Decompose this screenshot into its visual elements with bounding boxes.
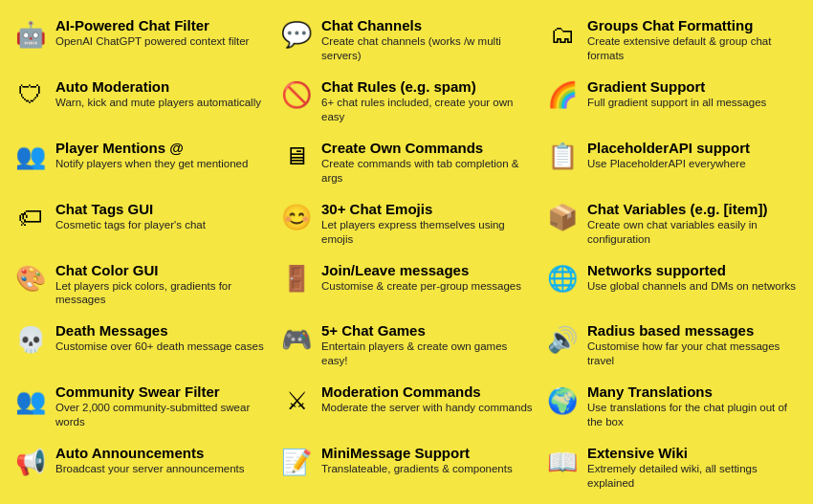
feature-item-auto-moderation: 🛡Auto ModerationWarn, kick and mute play…	[8, 71, 274, 132]
feature-icon-swear-filter: 👥	[13, 383, 48, 418]
feature-text-chat-channels: Chat ChannelsCreate chat channels (works…	[321, 17, 534, 63]
feature-desc-chat-emojis: Let players express themselves using emo…	[321, 218, 534, 247]
feature-text-minimessage: MiniMessage SupportTranslateable, gradie…	[321, 445, 513, 476]
feature-icon-radius-messages: 🔊	[545, 322, 580, 357]
feature-title-chat-color: Chat Color GUI	[55, 262, 268, 279]
feature-icon-chat-variables: 📦	[545, 201, 580, 235]
feature-item-chat-color: 🎨Chat Color GUILet players pick colors, …	[8, 254, 274, 316]
feature-desc-swear-filter: Over 2,000 community-submitted swear wor…	[55, 401, 268, 429]
feature-icon-networks: 🌐	[545, 262, 580, 296]
feature-desc-auto-moderation: Warn, kick and mute players automaticall…	[55, 96, 261, 110]
feature-desc-translations: Use translations for the chat plugin out…	[587, 401, 800, 429]
feature-desc-chat-tags: Cosmetic tags for player's chat	[55, 218, 206, 232]
feature-icon-death-messages: 💀	[13, 322, 48, 357]
feature-text-networks: Networks supportedUse global channels an…	[587, 262, 796, 294]
feature-title-radius-messages: Radius based messages	[587, 322, 800, 340]
feature-icon-join-leave: 🚪	[279, 262, 314, 296]
feature-text-translations: Many TranslationsUse translations for th…	[587, 383, 800, 429]
feature-desc-death-messages: Customise over 60+ death message cases	[55, 340, 264, 354]
feature-text-extensive-wiki: Extensive WikiExtremely detailed wiki, a…	[587, 445, 800, 491]
feature-title-chat-tags: Chat Tags GUI	[55, 201, 206, 218]
feature-desc-extensive-wiki: Extremely detailed wiki, all settings ex…	[587, 462, 800, 491]
feature-icon-auto-announcements: 📢	[13, 445, 48, 479]
feature-title-chat-games: 5+ Chat Games	[321, 322, 534, 340]
feature-title-ai-filter: AI-Powered Chat Filter	[55, 17, 249, 34]
feature-item-chat-variables: 📦Chat Variables (e.g. [item])Create own …	[539, 193, 805, 254]
feature-desc-chat-rules: 6+ chat rules included, create your own …	[321, 96, 534, 124]
feature-item-placeholderapi: 📋PlaceholderAPI supportUse PlaceholderAP…	[539, 132, 805, 193]
feature-title-chat-emojis: 30+ Chat Emojis	[321, 201, 534, 218]
feature-text-join-leave: Join/Leave messagesCustomise & create pe…	[321, 262, 521, 294]
feature-title-auto-announcements: Auto Announcements	[55, 445, 245, 462]
feature-icon-chat-tags: 🏷	[13, 201, 48, 235]
feature-text-chat-rules: Chat Rules (e.g. spam)6+ chat rules incl…	[321, 78, 534, 124]
feature-icon-gradient-support: 🌈	[545, 78, 580, 113]
feature-title-extensive-wiki: Extensive Wiki	[587, 445, 800, 462]
feature-title-placeholderapi: PlaceholderAPI support	[587, 140, 750, 157]
feature-item-extensive-wiki: 📖Extensive WikiExtremely detailed wiki, …	[539, 437, 805, 498]
feature-text-death-messages: Death MessagesCustomise over 60+ death m…	[55, 322, 264, 354]
feature-item-swear-filter: 👥Community Swear FilterOver 2,000 commun…	[8, 376, 274, 437]
feature-text-mod-commands: Moderation CommandsModerate the server w…	[321, 383, 533, 415]
feature-icon-chat-emojis: 😊	[279, 201, 314, 235]
feature-title-networks: Networks supported	[587, 262, 796, 279]
feature-desc-groups-chat: Create extensive default & group chat fo…	[587, 34, 800, 63]
feature-item-groups-chat: 🗂Groups Chat FormattingCreate extensive …	[539, 10, 805, 71]
feature-item-gradient-support: 🌈Gradient SupportFull gradient support i…	[539, 71, 805, 132]
feature-item-translations: 🌍Many TranslationsUse translations for t…	[539, 376, 805, 437]
feature-desc-chat-color: Let players pick colors, gradients for m…	[55, 279, 268, 308]
feature-icon-extensive-wiki: 📖	[545, 445, 580, 479]
feature-icon-minimessage: 📝	[279, 445, 314, 479]
feature-title-minimessage: MiniMessage Support	[321, 445, 513, 462]
feature-desc-networks: Use global channels and DMs on networks	[587, 279, 796, 294]
feature-desc-player-mentions: Notify players when they get mentioned	[55, 157, 248, 171]
feature-text-gradient-support: Gradient SupportFull gradient support in…	[587, 78, 766, 110]
feature-desc-ai-filter: OpenAI ChatGPT powered context filter	[55, 34, 249, 49]
feature-icon-ai-filter: 🤖	[13, 17, 48, 52]
feature-text-chat-emojis: 30+ Chat EmojisLet players express thems…	[321, 201, 534, 247]
feature-icon-placeholderapi: 📋	[545, 140, 580, 174]
feature-item-auto-announcements: 📢Auto AnnouncementsBroadcast your server…	[8, 437, 274, 498]
feature-text-chat-games: 5+ Chat GamesEntertain players & create …	[321, 322, 534, 368]
feature-item-join-leave: 🚪Join/Leave messagesCustomise & create p…	[274, 254, 539, 316]
feature-item-own-commands: 🖥Create Own CommandsCreate commands with…	[274, 132, 539, 193]
feature-text-chat-variables: Chat Variables (e.g. [item])Create own c…	[587, 201, 800, 247]
feature-icon-mod-commands: ⚔	[279, 383, 314, 418]
footer: AND MANY MORE Keep Scrolling To Dive Dee…	[8, 498, 805, 504]
feature-icon-groups-chat: 🗂	[545, 17, 580, 52]
feature-item-chat-emojis: 😊30+ Chat EmojisLet players express them…	[274, 193, 539, 254]
feature-item-chat-tags: 🏷Chat Tags GUICosmetic tags for player's…	[8, 193, 274, 254]
feature-title-auto-moderation: Auto Moderation	[55, 78, 261, 96]
feature-text-own-commands: Create Own CommandsCreate commands with …	[321, 140, 534, 186]
feature-icon-translations: 🌍	[545, 383, 580, 418]
feature-title-gradient-support: Gradient Support	[587, 78, 766, 96]
feature-icon-player-mentions: 👥	[13, 140, 48, 174]
feature-icon-own-commands: 🖥	[279, 140, 314, 174]
features-grid: 🤖AI-Powered Chat FilterOpenAI ChatGPT po…	[8, 10, 805, 498]
feature-desc-chat-games: Entertain players & create own games eas…	[321, 340, 534, 368]
feature-desc-join-leave: Customise & create per-group messages	[321, 279, 521, 294]
feature-desc-gradient-support: Full gradient support in all messages	[587, 96, 766, 110]
feature-desc-own-commands: Create commands with tab completion & ar…	[321, 157, 534, 186]
feature-text-chat-color: Chat Color GUILet players pick colors, g…	[55, 262, 268, 308]
feature-desc-chat-variables: Create own chat variables easily in conf…	[587, 218, 800, 247]
feature-icon-auto-moderation: 🛡	[13, 78, 48, 113]
feature-item-chat-rules: 🚫Chat Rules (e.g. spam)6+ chat rules inc…	[274, 71, 539, 132]
feature-title-chat-variables: Chat Variables (e.g. [item])	[587, 201, 800, 218]
feature-item-player-mentions: 👥Player Mentions @Notify players when th…	[8, 132, 274, 193]
feature-title-join-leave: Join/Leave messages	[321, 262, 521, 279]
feature-text-groups-chat: Groups Chat FormattingCreate extensive d…	[587, 17, 800, 63]
feature-item-ai-filter: 🤖AI-Powered Chat FilterOpenAI ChatGPT po…	[8, 10, 274, 71]
feature-item-mod-commands: ⚔Moderation CommandsModerate the server …	[274, 376, 539, 437]
feature-icon-chat-rules: 🚫	[279, 78, 314, 113]
feature-text-auto-moderation: Auto ModerationWarn, kick and mute playe…	[55, 78, 261, 110]
feature-title-groups-chat: Groups Chat Formatting	[587, 17, 800, 34]
feature-title-mod-commands: Moderation Commands	[321, 383, 533, 401]
feature-desc-chat-channels: Create chat channels (works /w multi ser…	[321, 34, 534, 63]
feature-title-swear-filter: Community Swear Filter	[55, 383, 268, 401]
feature-desc-radius-messages: Customise how far your chat messages tra…	[587, 340, 800, 368]
feature-desc-auto-announcements: Broadcast your server announcements	[55, 462, 245, 476]
feature-item-networks: 🌐Networks supportedUse global channels a…	[539, 254, 805, 316]
feature-text-radius-messages: Radius based messagesCustomise how far y…	[587, 322, 800, 368]
feature-title-chat-channels: Chat Channels	[321, 17, 534, 34]
